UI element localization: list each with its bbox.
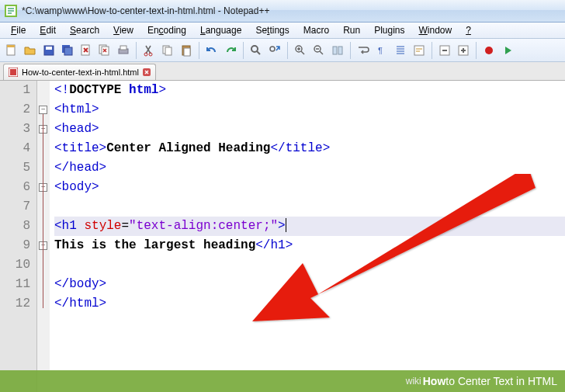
lang-button[interactable] <box>411 42 428 59</box>
watermark-text: How <box>423 375 446 387</box>
svg-rect-18 <box>184 48 190 56</box>
menu-edit[interactable]: Edit <box>33 23 62 37</box>
copy-button[interactable] <box>159 42 176 59</box>
toolbar-separator <box>432 42 432 59</box>
menu-encoding[interactable]: Encoding <box>141 23 192 37</box>
cut-button[interactable] <box>140 42 158 59</box>
svg-point-19 <box>251 46 258 52</box>
wrap-button[interactable] <box>355 42 372 59</box>
close-button[interactable] <box>78 42 95 59</box>
menu-search[interactable]: Search <box>64 23 106 37</box>
undo-button[interactable] <box>203 42 220 59</box>
open-button[interactable] <box>22 42 39 59</box>
editor[interactable]: 123 456 789 101112 − − − − <!DOCTYPE htm… <box>0 81 565 392</box>
show-all-button[interactable]: ¶ <box>373 42 390 59</box>
code-area[interactable]: <!DOCTYPE html> <html> <head> <title>Cen… <box>50 81 565 392</box>
line-number-gutter: 123 456 789 101112 <box>0 81 37 392</box>
svg-rect-5 <box>46 47 52 50</box>
tabbar: How-to-center-text-in-html.html <box>0 62 565 81</box>
menu-view[interactable]: View <box>107 23 140 37</box>
indent-guide-button[interactable] <box>392 42 409 59</box>
menubar: File Edit Search View Encoding Language … <box>0 23 565 39</box>
paste-button[interactable] <box>178 42 195 59</box>
redo-button[interactable] <box>222 42 239 59</box>
svg-rect-3 <box>7 45 15 47</box>
fold-column[interactable]: − − − − <box>37 81 50 392</box>
svg-rect-31 <box>10 69 16 75</box>
sync-button[interactable] <box>329 42 346 59</box>
svg-point-29 <box>485 47 493 54</box>
app-icon <box>5 5 17 17</box>
find-button[interactable] <box>248 42 265 59</box>
toolbar-separator <box>199 42 199 59</box>
menu-window[interactable]: Window <box>413 23 459 37</box>
svg-text:¶: ¶ <box>378 46 383 55</box>
save-all-button[interactable] <box>59 42 76 59</box>
app-window: *C:\wamp\www\How-to-center-text-in-html.… <box>0 0 565 392</box>
toolbar-separator <box>243 42 244 59</box>
menu-file[interactable]: File <box>5 23 32 37</box>
fold-box[interactable]: − <box>39 106 47 114</box>
svg-rect-26 <box>414 46 424 55</box>
tab-label: How-to-center-text-in-html.html <box>22 68 139 77</box>
window-title: *C:\wamp\www\How-to-center-text-in-html.… <box>22 5 269 16</box>
replace-button[interactable] <box>266 42 283 59</box>
menu-macro[interactable]: Macro <box>297 23 335 37</box>
zoom-in-button[interactable] <box>292 42 309 59</box>
file-modified-icon <box>9 68 18 77</box>
watermark-brand: wiki <box>406 376 421 387</box>
toolbar-separator <box>350 42 351 59</box>
new-button[interactable] <box>3 42 20 59</box>
titlebar: *C:\wamp\www\How-to-center-text-in-html.… <box>0 0 565 23</box>
unfold-button[interactable] <box>455 42 472 59</box>
fold-button[interactable] <box>436 42 453 59</box>
svg-rect-16 <box>165 47 172 55</box>
close-all-button[interactable] <box>96 42 113 59</box>
record-button[interactable] <box>480 42 497 59</box>
toolbar: ¶ <box>0 39 565 62</box>
svg-rect-12 <box>120 46 127 50</box>
svg-rect-23 <box>333 47 337 54</box>
toolbar-separator <box>287 42 288 59</box>
zoom-out-button[interactable] <box>310 42 328 59</box>
save-button[interactable] <box>40 42 57 59</box>
menu-help[interactable]: ? <box>459 23 477 37</box>
file-tab[interactable]: How-to-center-text-in-html.html <box>3 64 156 80</box>
current-line: <h1 style="text-align:center;"> <box>54 217 565 236</box>
menu-settings[interactable]: Settings <box>249 23 295 37</box>
svg-rect-7 <box>64 47 72 55</box>
menu-plugins[interactable]: Plugins <box>368 23 411 37</box>
print-button[interactable] <box>115 42 132 59</box>
toolbar-separator <box>476 42 477 59</box>
play-button[interactable] <box>499 42 516 59</box>
menu-run[interactable]: Run <box>337 23 366 37</box>
text-cursor <box>286 218 286 232</box>
tab-close-icon[interactable] <box>143 68 151 76</box>
svg-rect-24 <box>338 47 342 54</box>
toolbar-separator <box>136 42 137 59</box>
menu-language[interactable]: Language <box>194 23 248 37</box>
watermark-footer: wikiHow to Center Text in HTML <box>0 370 565 392</box>
svg-point-20 <box>270 47 275 51</box>
